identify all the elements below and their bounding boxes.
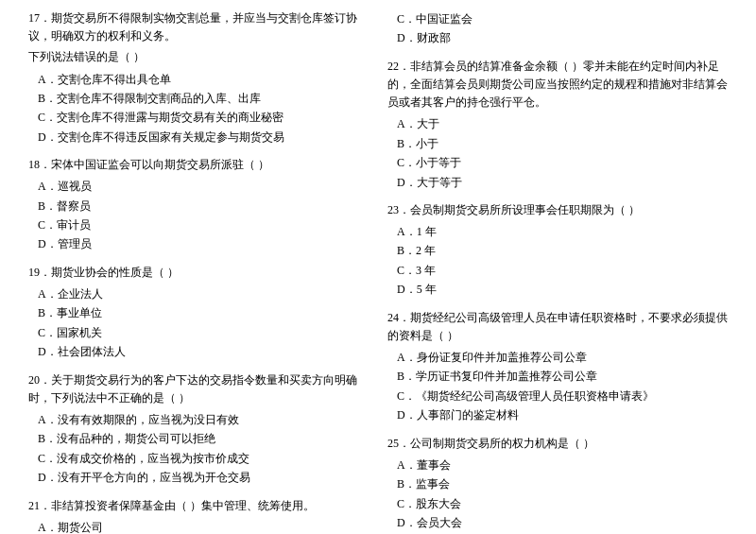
- q17-right-c: C．中国证监会: [397, 9, 728, 28]
- q17-option-c: C．交割仓库不得泄露与期货交易有关的商业秘密: [38, 108, 369, 127]
- q20-option-d: D．没有开平仓方向的，应当视为开仓交易: [38, 468, 369, 487]
- q22-option-b: B．小于: [397, 134, 728, 153]
- q18-option-a: A．巡视员: [38, 177, 369, 196]
- q19-options: A．企业法人 B．事业单位 C．国家机关 D．社会团体法人: [28, 284, 369, 362]
- q22-option-a: A．大于: [397, 114, 728, 133]
- q25-options: A．董事会 B．监事会 C．股东大会 D．会员大会: [387, 456, 728, 533]
- q25-option-a: A．董事会: [397, 456, 728, 474]
- question-25: 25．公司制期货交易所的权力机构是（ ） A．董事会 B．监事会 C．股东大会 …: [387, 435, 728, 533]
- q18-option-d: D．管理员: [38, 234, 369, 253]
- q22-options: A．大于 B．小于 C．小于等于 D．大于等于: [387, 114, 728, 192]
- q24-title: 24．期货经纪公司高级管理人员在申请任职资格时，不要求必须提供的资料是（ ）: [387, 309, 728, 345]
- q25-option-c: C．股东大会: [397, 494, 728, 513]
- question-17-right: C．中国证监会 D．财政部: [387, 9, 728, 48]
- q20-number: 20．: [28, 373, 51, 387]
- q19-text: 期货业协会的性质是（ ）: [51, 266, 179, 279]
- q17-options: A．交割仓库不得出具仓单 B．交割仓库不得限制交割商品的入库、出库 C．交割仓库…: [28, 70, 369, 147]
- page-content: 17．期货交易所不得限制实物交割总量，并应当与交割仓库签订协议，明确双方的权利和…: [28, 9, 728, 534]
- question-18: 18．宋体中国证监会可以向期货交易所派驻（ ） A．巡视员 B．督察员 C．审计…: [28, 156, 369, 254]
- question-23: 23．会员制期货交易所所设理事会任职期限为（ ） A．1 年 B．2 年 C．3…: [387, 201, 728, 300]
- q17-option-a: A．交割仓库不得出具仓单: [38, 70, 369, 89]
- q18-option-b: B．督察员: [38, 197, 369, 215]
- q21-options: A．期货公司 B．期货交易所: [28, 518, 369, 534]
- q24-number: 24．: [387, 311, 410, 324]
- q20-option-a: A．没有有效期限的，应当视为没日有效: [38, 410, 369, 429]
- q25-title: 25．公司制期货交易所的权力机构是（ ）: [387, 435, 728, 453]
- q19-title: 19．期货业协会的性质是（ ）: [28, 264, 369, 282]
- q18-option-c: C．审计员: [38, 215, 369, 234]
- q22-title: 22．非结算会员的结算准备金余额（ ）零并未能在约定时间内补足的，全面结算会员则…: [387, 58, 728, 112]
- q22-option-c: C．小于等于: [397, 153, 728, 172]
- q17-intro-text: 下列说法错误的是（ ）: [28, 50, 145, 63]
- q20-option-b: B．没有品种的，期货公司可以拒绝: [38, 429, 369, 448]
- question-24: 24．期货经纪公司高级管理人员在申请任职资格时，不要求必须提供的资料是（ ） A…: [387, 309, 728, 425]
- q17-right-options: C．中国证监会 D．财政部: [387, 9, 728, 48]
- q23-option-c: C．3 年: [397, 261, 728, 280]
- q23-option-d: D．5 年: [397, 280, 728, 299]
- q24-option-d: D．人事部门的鉴定材料: [397, 405, 728, 424]
- question-22: 22．非结算会员的结算准备金余额（ ）零并未能在约定时间内补足的，全面结算会员则…: [387, 58, 728, 192]
- q23-number: 23．: [387, 203, 410, 216]
- q24-option-a: A．身份证复印件并加盖推荐公司公章: [397, 348, 728, 367]
- question-19: 19．期货业协会的性质是（ ） A．企业法人 B．事业单位 C．国家机关 D．社…: [28, 264, 369, 362]
- q20-title: 20．关于期货交易行为的客户下达的交易指令数量和买卖方向明确时，下列说法中不正确…: [28, 371, 369, 407]
- q20-options: A．没有有效期限的，应当视为没日有效 B．没有品种的，期货公司可以拒绝 C．没有…: [28, 410, 369, 488]
- q21-number: 21．: [28, 499, 51, 512]
- q18-number: 18．: [28, 158, 51, 171]
- q18-text: 宋体中国证监会可以向期货交易所派驻（ ）: [51, 158, 269, 171]
- q24-text: 期货经纪公司高级管理人员在申请任职资格时，不要求必须提供的资料是（ ）: [387, 311, 728, 342]
- q25-option-d: D．会员大会: [397, 513, 728, 532]
- q25-option-b: B．监事会: [397, 474, 728, 493]
- q23-title: 23．会员制期货交易所所设理事会任职期限为（ ）: [387, 201, 728, 219]
- q18-options: A．巡视员 B．督察员 C．审计员 D．管理员: [28, 177, 369, 254]
- question-17: 17．期货交易所不得限制实物交割总量，并应当与交割仓库签订协议，明确双方的权利和…: [28, 9, 369, 146]
- q17-option-b: B．交割仓库不得限制交割商品的入库、出库: [38, 89, 369, 108]
- q20-text: 关于期货交易行为的客户下达的交易指令数量和买卖方向明确时，下列说法中不正确的是（…: [28, 373, 357, 405]
- q17-right-d: D．财政部: [397, 28, 728, 47]
- q17-number: 17．: [28, 11, 51, 25]
- question-21: 21．非结算投资者保障基金由（ ）集中管理、统筹使用。 A．期货公司 B．期货交…: [28, 497, 369, 534]
- column-right: C．中国证监会 D．财政部 22．非结算会员的结算准备金余额（ ）零并未能在约定…: [387, 9, 728, 534]
- q21-option-a: A．期货公司: [38, 518, 369, 534]
- q24-options: A．身份证复印件并加盖推荐公司公章 B．学历证书复印件并加盖推荐公司公章 C．《…: [387, 348, 728, 425]
- q23-option-a: A．1 年: [397, 222, 728, 241]
- q19-option-a: A．企业法人: [38, 284, 369, 303]
- q17-text: 期货交易所不得限制实物交割总量，并应当与交割仓库签订协议，明确双方的权利和义务。: [28, 11, 357, 43]
- question-20: 20．关于期货交易行为的客户下达的交易指令数量和买卖方向明确时，下列说法中不正确…: [28, 371, 369, 488]
- q22-option-d: D．大于等于: [397, 173, 728, 192]
- q21-text: 非结算投资者保障基金由（ ）集中管理、统筹使用。: [51, 499, 315, 512]
- q21-title: 21．非结算投资者保障基金由（ ）集中管理、统筹使用。: [28, 497, 369, 515]
- q19-option-b: B．事业单位: [38, 303, 369, 322]
- q24-option-b: B．学历证书复印件并加盖推荐公司公章: [397, 367, 728, 386]
- q25-number: 25．: [387, 437, 410, 450]
- q17-title: 17．期货交易所不得限制实物交割总量，并应当与交割仓库签订协议，明确双方的权利和…: [28, 9, 369, 45]
- q23-options: A．1 年 B．2 年 C．3 年 D．5 年: [387, 222, 728, 300]
- q17-intro: 下列说法错误的是（ ）: [28, 48, 369, 66]
- q20-option-c: C．没有成交价格的，应当视为按市价成交: [38, 449, 369, 468]
- q23-option-b: B．2 年: [397, 241, 728, 260]
- q19-option-c: C．国家机关: [38, 323, 369, 342]
- q24-option-c: C．《期货经纪公司高级管理人员任职资格申请表》: [397, 387, 728, 405]
- q25-text: 公司制期货交易所的权力机构是（ ）: [410, 437, 594, 450]
- q18-title: 18．宋体中国证监会可以向期货交易所派驻（ ）: [28, 156, 369, 174]
- q19-option-d: D．社会团体法人: [38, 342, 369, 361]
- q17-option-d: D．交割仓库不得违反国家有关规定参与期货交易: [38, 128, 369, 146]
- q22-number: 22．: [387, 60, 410, 73]
- q23-text: 会员制期货交易所所设理事会任职期限为（ ）: [410, 203, 640, 216]
- q19-number: 19．: [28, 266, 51, 279]
- column-left: 17．期货交易所不得限制实物交割总量，并应当与交割仓库签订协议，明确双方的权利和…: [28, 9, 369, 534]
- q22-text: 非结算会员的结算准备金余额（ ）零并未能在约定时间内补足的，全面结算会员则期货公…: [387, 60, 728, 109]
